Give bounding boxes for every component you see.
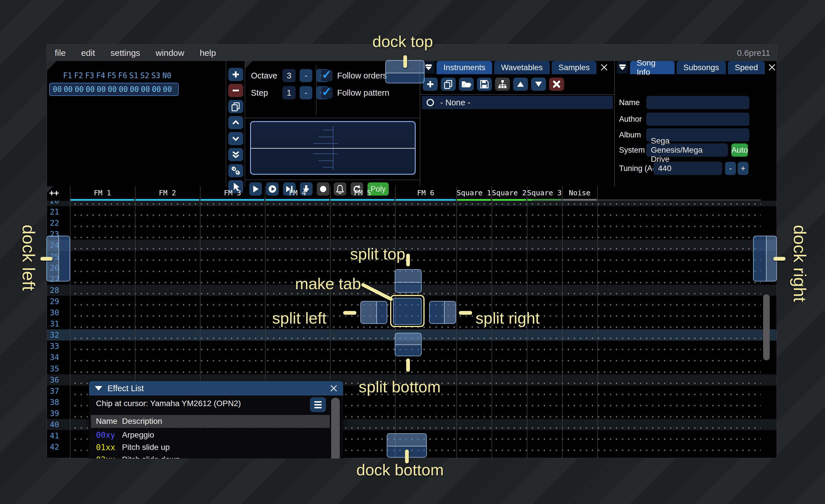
- channel-header-fm-6[interactable]: FM 6: [395, 189, 456, 197]
- order-cell[interactable]: 00: [74, 85, 85, 94]
- channel-header-square-3[interactable]: Square 3: [527, 189, 562, 197]
- empty-pattern-cells: [71, 217, 761, 229]
- effect-description: Pitch slide up: [122, 443, 170, 452]
- hamburger-menu-button[interactable]: [310, 397, 326, 412]
- effect-list-row[interactable]: 02xxPitch slide down: [91, 453, 337, 458]
- follow-pattern-checkbox[interactable]: ✓: [321, 87, 332, 98]
- songinfo-close-icon[interactable]: [767, 61, 777, 74]
- menu-item-edit[interactable]: edit: [73, 48, 102, 58]
- orders-panel: F1F2F3F4F5F6S1S2S3N0 0000000000000000000…: [47, 61, 226, 186]
- pattern-row[interactable]: 21: [47, 206, 776, 217]
- instrument-up-button[interactable]: [513, 78, 528, 91]
- octave-value[interactable]: 3: [283, 69, 296, 82]
- split-right-target[interactable]: [429, 301, 456, 324]
- instruments-tab-instruments[interactable]: Instruments: [437, 61, 492, 74]
- order-cell[interactable]: 00: [162, 85, 173, 94]
- effect-list-titlebar[interactable]: Effect List: [89, 381, 343, 396]
- collapse-icon[interactable]: [95, 386, 102, 391]
- channel-header-fm-2[interactable]: FM 2: [135, 189, 200, 197]
- menu-item-help[interactable]: help: [192, 48, 224, 58]
- octave-label: Octave: [251, 71, 279, 80]
- duplicate-instrument-button[interactable]: [441, 78, 456, 91]
- orders-selected-row[interactable]: 0000000000000000000000: [49, 83, 179, 96]
- broken-link-icon[interactable]: [228, 164, 243, 177]
- split-left-target[interactable]: [360, 301, 387, 324]
- dock-top-label: dock top: [372, 32, 433, 51]
- order-cell[interactable]: 00: [63, 85, 74, 94]
- pattern-row[interactable]: 25: [47, 251, 776, 262]
- effect-table-header[interactable]: Name Description: [91, 415, 330, 428]
- close-icon[interactable]: [330, 385, 338, 392]
- split-top-connector: [406, 254, 410, 266]
- split-top-target[interactable]: [395, 269, 422, 293]
- channel-header-fm-3[interactable]: FM 3: [200, 189, 265, 197]
- instruments-close-icon[interactable]: [598, 61, 610, 74]
- pattern-row[interactable]: 24: [47, 240, 776, 251]
- order-cell[interactable]: 00: [106, 85, 118, 94]
- folder-tree-icon[interactable]: [495, 78, 510, 91]
- open-instrument-button[interactable]: [459, 78, 474, 91]
- effect-list-title: Effect List: [107, 384, 144, 393]
- order-cell[interactable]: 00: [129, 85, 140, 94]
- remove-order-button[interactable]: [228, 84, 243, 97]
- split-top-label: split top: [350, 245, 405, 263]
- order-cell[interactable]: 00: [140, 85, 151, 94]
- channel-header-fm-1[interactable]: FM 1: [70, 189, 135, 197]
- save-instrument-button[interactable]: [477, 78, 492, 91]
- author-field[interactable]: [646, 112, 749, 126]
- channel-header-square-1[interactable]: Square 1: [456, 189, 492, 197]
- channel-header-noise[interactable]: Noise: [562, 189, 597, 197]
- order-bottom-button[interactable]: [228, 148, 243, 161]
- songinfo-tab-subsongs[interactable]: Subsongs: [677, 61, 726, 74]
- instruments-tab-samples[interactable]: Samples: [552, 61, 597, 74]
- tuning-plus-button[interactable]: +: [738, 162, 749, 175]
- order-channel-header: F3: [84, 71, 95, 80]
- pattern-row[interactable]: 23: [47, 229, 776, 240]
- make-tab-target[interactable]: [390, 295, 425, 327]
- instrument-down-button[interactable]: [531, 78, 546, 91]
- name-field[interactable]: [646, 96, 749, 109]
- effect-list-row[interactable]: 00xyArpeggio: [91, 429, 337, 441]
- order-cell[interactable]: 00: [118, 85, 129, 94]
- effect-list-row[interactable]: 01xxPitch slide up: [91, 441, 337, 453]
- tuning-field[interactable]: 440: [654, 162, 722, 175]
- songinfo-tab-speed[interactable]: Speed: [728, 61, 765, 74]
- follow-orders-checkbox[interactable]: ✓: [321, 70, 332, 81]
- order-cell[interactable]: 00: [96, 85, 107, 94]
- step-value[interactable]: 1: [283, 86, 296, 99]
- tuning-minus-button[interactable]: -: [725, 162, 736, 175]
- channel-header-fm-5[interactable]: FM 5: [330, 189, 395, 197]
- system-field[interactable]: Sega Genesis/Mega Drive: [646, 144, 728, 157]
- pattern-corner-button[interactable]: ++: [49, 188, 59, 197]
- order-row-index: 00: [52, 85, 63, 94]
- order-cell[interactable]: 00: [84, 85, 96, 94]
- menu-item-settings[interactable]: settings: [103, 48, 148, 58]
- order-up-button[interactable]: [228, 116, 243, 129]
- pattern-row[interactable]: 22: [47, 217, 776, 229]
- menu-item-file[interactable]: file: [47, 48, 73, 58]
- pattern-row[interactable]: 35: [47, 363, 776, 374]
- instrument-list-item[interactable]: - None -: [422, 96, 613, 109]
- orders-toolbar: [226, 61, 245, 186]
- songinfo-tab-song-info[interactable]: Song Info: [630, 61, 675, 74]
- pattern-row[interactable]: 20: [47, 201, 776, 206]
- row-number: 35: [50, 364, 59, 373]
- pattern-scrollbar[interactable]: [763, 295, 770, 360]
- order-down-button[interactable]: [228, 132, 243, 145]
- step-minus-button[interactable]: -: [300, 86, 312, 99]
- auto-button[interactable]: Auto: [731, 144, 748, 157]
- effect-list-scrollbar[interactable]: [331, 398, 340, 458]
- channel-header-fm-4[interactable]: FM 4: [265, 189, 330, 197]
- songinfo-collapse-button[interactable]: [617, 61, 628, 74]
- split-bottom-target[interactable]: [395, 333, 422, 356]
- add-order-button[interactable]: [228, 68, 243, 81]
- order-cell[interactable]: 00: [151, 85, 162, 94]
- delete-instrument-button[interactable]: [549, 78, 564, 91]
- empty-pattern-cells: [71, 363, 761, 374]
- channel-header-square-2[interactable]: Square 2: [492, 189, 527, 197]
- instruments-tab-wavetables[interactable]: Wavetables: [494, 61, 549, 74]
- octave-minus-button[interactable]: -: [300, 69, 312, 82]
- menu-item-window[interactable]: window: [148, 48, 192, 58]
- add-instrument-button[interactable]: [423, 78, 438, 91]
- duplicate-order-button[interactable]: [228, 100, 243, 113]
